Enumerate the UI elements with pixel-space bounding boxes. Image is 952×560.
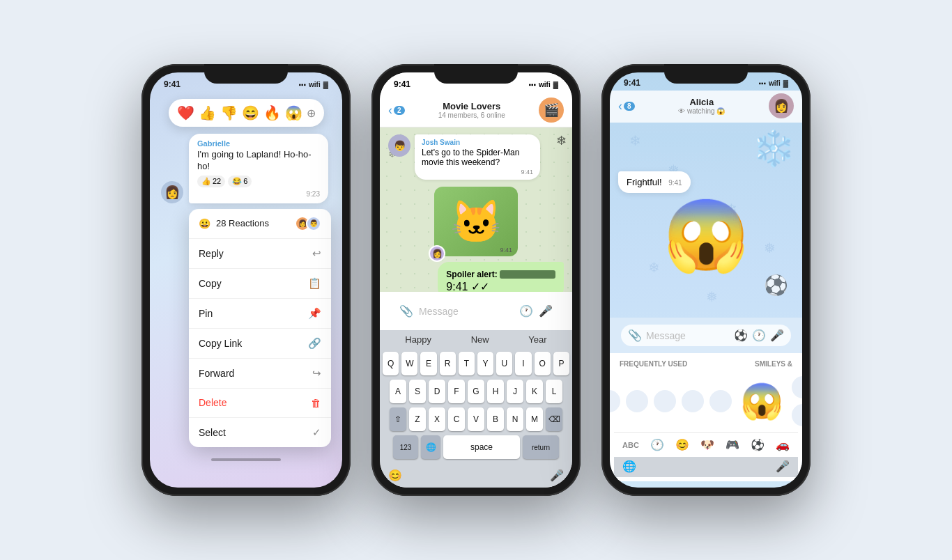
key-emoji[interactable]: 🌐 (421, 435, 440, 459)
phone2-group-avatar[interactable]: 🎬 (539, 98, 564, 123)
key-u[interactable]: U (496, 352, 512, 375)
phone3-mic-icon[interactable]: 🎤 (770, 329, 784, 342)
sticker-icon[interactable]: 🕐 (519, 304, 533, 318)
phones-container: 9:41 ▪▪▪ wifi ▓ ❤️ 👍 👎 😄 🔥 😱 ⊕ (141, 64, 811, 496)
phone3-clock-icon[interactable]: 🕐 (752, 329, 766, 342)
reaction-thumbsdown[interactable]: 👎 (220, 104, 238, 121)
msg-time-1: 9:41 (422, 169, 533, 176)
key-v[interactable]: V (468, 407, 484, 431)
emoji-tab-animals[interactable]: 🐶 (696, 435, 719, 454)
key-a[interactable]: A (390, 380, 406, 403)
phone3-back-btn[interactable]: ‹ 8 (618, 99, 635, 114)
phone3-messages: ❄ ❅ ❄ ❅ ❄ ❅ ❄️ Frightful! 9:41 (610, 123, 802, 318)
phone3-contact-avatar[interactable]: 👩 (769, 93, 794, 118)
pred-new[interactable]: New (471, 334, 489, 345)
key-e[interactable]: E (420, 352, 436, 375)
big-scream-emoji: 😱 (618, 200, 794, 270)
reaction-laugh-count[interactable]: 😂 6 (228, 176, 252, 187)
phone2-input-bar[interactable]: 📎 Message 🕐 🎤 (391, 300, 561, 322)
key-c[interactable]: C (448, 407, 465, 431)
key-shift[interactable]: ⇧ (390, 407, 406, 431)
emoji-tab-sports[interactable]: ⚽ (746, 435, 769, 454)
phone1-message-area: ❤️ 👍 👎 😄 🔥 😱 ⊕ 👩 Gabrielle I'm going (150, 93, 342, 447)
emoji-grid-area: 😱 (614, 371, 798, 432)
incoming-message-1: 👦 Josh Swain Let's go to the Spider-Man … (388, 134, 564, 180)
emoji-tab-objects[interactable]: 💡 (797, 435, 802, 454)
pred-year[interactable]: Year (528, 334, 546, 345)
key-y[interactable]: Y (477, 352, 493, 375)
phone3-message-input[interactable]: Message (646, 330, 730, 341)
reaction-thumbsup[interactable]: 👍 (199, 104, 216, 121)
emoji-slot-r3 (792, 404, 802, 426)
ctx-reply[interactable]: Reply ↩ (189, 239, 331, 269)
key-r[interactable]: R (440, 352, 456, 375)
key-g[interactable]: G (468, 380, 484, 403)
key-i[interactable]: I (515, 352, 531, 375)
reaction-heart[interactable]: ❤️ (177, 104, 194, 121)
key-q[interactable]: Q (383, 352, 399, 375)
emoji-keyboard-icon[interactable]: 😊 (388, 469, 402, 482)
spoiler-label: Spoiler alert: (446, 270, 500, 279)
reaction-thumbsup-count[interactable]: 👍 22 (197, 176, 225, 187)
key-z[interactable]: Z (409, 407, 426, 431)
emoji-tab-abc[interactable]: ABC (618, 438, 643, 452)
emoji-tab-smileys[interactable]: 😊 (671, 435, 693, 454)
phone3-attachment-icon[interactable]: 📎 (628, 329, 642, 342)
mic-icon[interactable]: 🎤 (539, 304, 553, 318)
key-space[interactable]: space (443, 435, 520, 459)
reaction-smile[interactable]: 😄 (242, 104, 259, 121)
emoji-tab-recent[interactable]: 🕐 (646, 435, 668, 454)
emoji-tab-games[interactable]: 🎮 (721, 435, 744, 454)
bottom-mic-icon[interactable]: 🎤 (776, 460, 790, 473)
key-m[interactable]: M (526, 407, 543, 431)
key-n[interactable]: N (507, 407, 523, 431)
frightful-time: 9:41 (668, 179, 682, 187)
mic-bottom-icon[interactable]: 🎤 (550, 469, 564, 482)
reaction-expand[interactable]: ⊕ (307, 107, 316, 120)
key-p[interactable]: P (553, 352, 569, 375)
pred-happy[interactable]: Happy (405, 334, 431, 345)
ctx-select[interactable]: Select ✓ (189, 418, 331, 447)
attachment-icon[interactable]: 📎 (399, 304, 413, 318)
key-f[interactable]: F (448, 380, 465, 403)
key-b[interactable]: B (487, 407, 504, 431)
reaction-picker[interactable]: ❤️ 👍 👎 😄 🔥 😱 ⊕ (169, 99, 324, 127)
key-l[interactable]: L (546, 380, 562, 403)
reaction-fire[interactable]: 🔥 (263, 104, 281, 121)
ctx-reactions-row[interactable]: 😀 28 Reactions 👩 👨 (189, 209, 331, 239)
key-j[interactable]: J (507, 380, 523, 403)
message-time: 9:23 (197, 190, 320, 198)
key-h[interactable]: H (487, 380, 504, 403)
phone2-chat-center: Movie Lovers 14 members, 6 online (405, 101, 539, 119)
emoji-tab-travel[interactable]: 🚗 (771, 435, 794, 454)
key-return[interactable]: return (523, 435, 559, 459)
ctx-forward[interactable]: Forward ↪ (189, 359, 331, 389)
phone2-screen: 9:41 ▪▪▪ wifi ▓ ‹ 2 Movie Lovers (380, 72, 572, 488)
globe-icon[interactable]: 🌐 (622, 460, 636, 473)
key-k[interactable]: K (526, 380, 543, 403)
ctx-copy[interactable]: Copy 📋 (189, 269, 331, 299)
phone3-sticker-icon[interactable]: ⚽ (734, 329, 748, 342)
ctx-delete[interactable]: Delete 🗑 (189, 389, 331, 418)
phone3-input-bar[interactable]: 📎 Message ⚽ 🕐 🎤 (621, 325, 791, 346)
key-o[interactable]: O (535, 352, 551, 375)
ctx-copylink[interactable]: Copy Link 🔗 (189, 329, 331, 359)
reply-icon: ↩ (312, 247, 321, 260)
key-row-4: 123 🌐 space return (383, 435, 569, 459)
emoji-slot-2 (610, 390, 620, 412)
key-w[interactable]: W (401, 352, 417, 375)
featured-emoji-cell[interactable]: 😱 (740, 381, 783, 421)
key-numbers[interactable]: 123 (393, 435, 418, 459)
reaction-scream[interactable]: 😱 (285, 104, 302, 121)
phone2-back-btn[interactable]: ‹ 2 (388, 103, 405, 118)
key-t[interactable]: T (459, 352, 475, 375)
predictive-bar: Happy New Year (380, 330, 572, 349)
wp-6: ❅ (706, 288, 718, 305)
ctx-select-label: Select (199, 427, 226, 438)
key-x[interactable]: X (429, 407, 445, 431)
key-d[interactable]: D (429, 380, 445, 403)
key-s[interactable]: S (409, 380, 426, 403)
key-delete[interactable]: ⌫ (546, 407, 562, 431)
phone2-message-input[interactable]: Message (419, 306, 514, 317)
ctx-pin[interactable]: Pin 📌 (189, 299, 331, 329)
